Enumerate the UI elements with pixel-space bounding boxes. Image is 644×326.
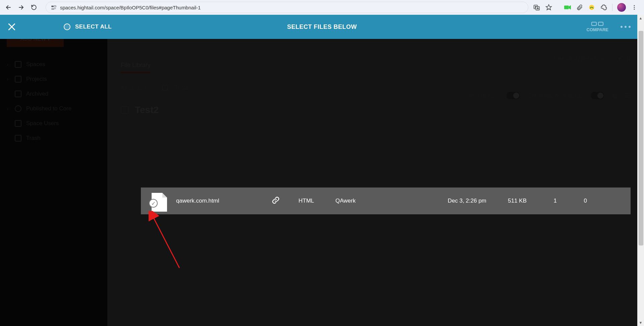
compare-button[interactable]: COMPARE [587, 22, 608, 32]
compare-icon [591, 22, 603, 26]
selection-mode-bar: SELECT ALL SELECT FILES BELOW COMPARE [0, 15, 644, 39]
scroll-thumb[interactable] [639, 31, 643, 246]
file-name: qawerk.com.html [176, 198, 272, 204]
selection-bar-actions: COMPARE [587, 22, 631, 32]
modal-overlay[interactable] [0, 15, 644, 326]
back-button[interactable] [3, 2, 14, 13]
reload-button[interactable] [28, 2, 40, 13]
select-all-label: SELECT ALL [75, 23, 112, 30]
select-check-icon[interactable]: ✓ [149, 199, 158, 208]
bookmark-star-icon[interactable] [545, 4, 552, 11]
file-type: HTML [299, 198, 335, 204]
chrome-right [530, 3, 641, 12]
forward-button[interactable] [15, 2, 27, 13]
file-size: 511 KB [490, 198, 530, 204]
file-versions: 1 [530, 198, 560, 204]
selection-bar-title: SELECT FILES BELOW [287, 23, 357, 31]
url-bar[interactable]: spaces.hightail.com/space/BpIloOP5C0/fil… [46, 2, 528, 13]
file-source [272, 196, 299, 206]
profile-avatar[interactable] [617, 3, 626, 12]
select-all-control[interactable]: SELECT ALL [64, 23, 112, 30]
extensions-icon[interactable] [600, 4, 607, 11]
file-added-by: QAwerk [335, 198, 429, 204]
more-actions-icon[interactable] [621, 26, 631, 28]
svg-rect-3 [54, 6, 56, 7]
browser-chrome: spaces.hightail.com/space/BpIloOP5C0/fil… [0, 0, 644, 15]
svg-point-13 [634, 7, 635, 8]
file-comments: 0 [560, 198, 590, 204]
file-row[interactable]: ✓ SELECT qawerk.com.html HTML QAwerk Dec… [141, 187, 631, 214]
file-list: ✓ SELECT qawerk.com.html HTML QAwerk Dec… [141, 187, 631, 214]
chrome-divider [612, 4, 612, 11]
site-settings-icon [51, 4, 57, 10]
scroll-down-button[interactable]: ▼ [637, 319, 644, 326]
app-viewport: ADD NEW ▾ ›Spaces ›Projects ›Archived ›P… [0, 15, 644, 326]
svg-rect-9 [564, 6, 569, 9]
vertical-scrollbar[interactable]: ▲ ▼ [637, 15, 644, 326]
close-selection-button[interactable] [0, 15, 23, 39]
ext-clip-icon[interactable] [576, 4, 583, 11]
svg-rect-2 [51, 6, 53, 7]
svg-point-12 [634, 5, 635, 6]
svg-point-14 [634, 9, 635, 10]
url-text: spaces.hightail.com/space/BpIloOP5C0/fil… [60, 5, 201, 10]
file-select-cell[interactable]: ✓ SELECT [141, 193, 176, 209]
compare-label: COMPARE [587, 27, 608, 32]
ext-camera-icon[interactable] [564, 4, 571, 11]
scroll-up-button[interactable]: ▲ [637, 15, 644, 21]
chrome-menu-icon[interactable] [631, 4, 638, 11]
translate-icon[interactable] [533, 4, 540, 11]
file-activity: Dec 3, 2:26 pm [429, 198, 490, 204]
svg-marker-8 [546, 5, 552, 10]
svg-marker-10 [569, 5, 571, 10]
link-icon [272, 196, 280, 204]
select-all-circle-icon [64, 23, 70, 30]
ext-circle-icon[interactable] [588, 4, 595, 11]
